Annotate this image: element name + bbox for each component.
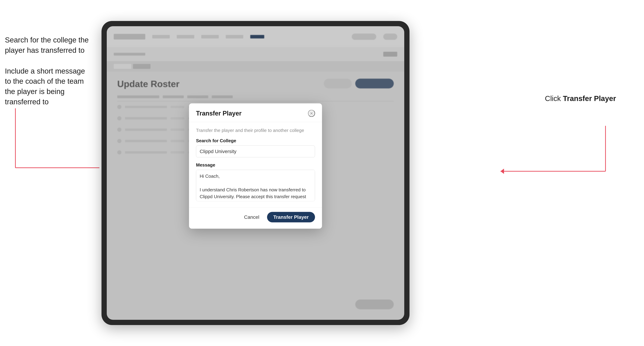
arrow-right-to-button (500, 126, 616, 178)
modal-close-button[interactable]: × (308, 110, 315, 117)
modal-description: Transfer the player and their profile to… (196, 128, 315, 133)
tablet-screen: Update Roster (107, 26, 404, 320)
search-college-label: Search for College (196, 138, 315, 144)
message-textarea[interactable] (196, 170, 315, 201)
close-icon: × (310, 111, 313, 116)
transfer-player-button[interactable]: Transfer Player (267, 212, 315, 222)
annotation-left-container: Search for the college the player has tr… (5, 35, 92, 118)
annotation-message-text: Include a short message to the coach of … (5, 66, 92, 107)
modal-footer: Cancel Transfer Player (189, 208, 322, 229)
search-college-input[interactable] (196, 146, 315, 158)
left-bracket (5, 108, 100, 168)
tablet-device: Update Roster (102, 21, 410, 325)
modal-title: Transfer Player (196, 110, 242, 117)
modal-body: Transfer the player and their profile to… (189, 122, 322, 208)
annotation-search-text: Search for the college the player has tr… (5, 35, 92, 56)
svg-marker-7 (500, 169, 504, 174)
annotation-click-prefix: Click (545, 94, 563, 103)
message-label: Message (196, 162, 315, 168)
modal-header: Transfer Player × (189, 103, 322, 122)
cancel-button[interactable]: Cancel (240, 212, 264, 222)
annotation-transfer-label: Transfer Player (563, 94, 616, 103)
transfer-player-modal: Transfer Player × Transfer the player an… (189, 103, 322, 229)
modal-overlay: Transfer Player × Transfer the player an… (107, 26, 404, 320)
annotation-right-container: Click Transfer Player (545, 94, 616, 103)
